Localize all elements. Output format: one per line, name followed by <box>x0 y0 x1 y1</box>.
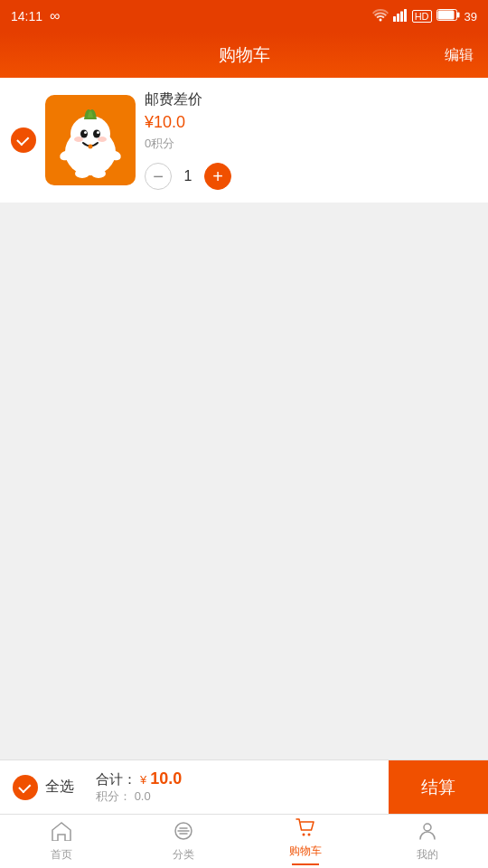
svg-point-15 <box>89 145 93 149</box>
product-info: 邮费差价 ¥10.0 0积分 − 1 + <box>145 90 477 190</box>
minus-icon: − <box>153 167 164 185</box>
total-line: 合计： ¥ 10.0 <box>96 769 182 788</box>
points-label: 积分： <box>96 789 131 803</box>
home-icon <box>51 821 72 844</box>
cart-item: 邮费差价 ¥10.0 0积分 − 1 + <box>0 78 488 203</box>
svg-rect-3 <box>404 9 407 22</box>
svg-point-25 <box>307 834 310 836</box>
category-icon <box>173 821 194 844</box>
item-checkbox[interactable] <box>11 127 36 153</box>
checkout-button[interactable]: 结算 <box>389 760 488 815</box>
tab-cart-label: 购物车 <box>289 844 322 859</box>
tab-active-indicator <box>292 863 319 865</box>
points-value: 0.0 <box>135 789 151 803</box>
product-name: 邮费差价 <box>145 90 477 109</box>
svg-rect-5 <box>457 13 460 18</box>
total-label: 合计： <box>96 771 136 788</box>
select-all-area: 全选 <box>0 775 87 800</box>
signal-icon <box>393 9 408 24</box>
svg-point-24 <box>302 834 305 836</box>
quantity-display: 1 <box>179 168 197 184</box>
sim-icon: HD <box>412 10 432 23</box>
svg-point-18 <box>75 169 89 178</box>
tab-home[interactable]: 首页 <box>0 815 122 868</box>
tab-my-label: 我的 <box>417 847 438 863</box>
user-icon <box>417 821 438 844</box>
tab-cart[interactable]: 购物车 <box>244 815 366 868</box>
edit-button[interactable]: 编辑 <box>445 46 474 65</box>
total-price: 10.0 <box>150 769 182 788</box>
svg-point-26 <box>424 824 431 831</box>
status-bar-right: HD 39 <box>372 9 477 24</box>
battery-percent: 39 <box>465 10 477 24</box>
header: 购物车 编辑 <box>0 33 488 78</box>
product-price: ¥10.0 <box>145 113 477 132</box>
page-title: 购物车 <box>219 43 270 67</box>
svg-rect-1 <box>397 14 399 22</box>
svg-point-14 <box>98 137 107 142</box>
total-area: 合计： ¥ 10.0 积分： 0.0 <box>87 769 389 805</box>
points-line: 积分： 0.0 <box>96 788 151 805</box>
svg-point-13 <box>74 137 83 142</box>
tab-my[interactable]: 我的 <box>366 815 488 868</box>
increase-button[interactable]: + <box>204 163 231 190</box>
svg-point-11 <box>84 131 87 134</box>
select-all-label: 全选 <box>45 778 74 797</box>
select-all-checkbox[interactable] <box>13 775 38 800</box>
status-bar-left: 14:11 ∞ <box>11 8 59 24</box>
svg-rect-6 <box>437 11 454 20</box>
tab-category-label: 分类 <box>173 847 194 863</box>
svg-point-19 <box>91 169 106 178</box>
bottom-action-bar: 全选 合计： ¥ 10.0 积分： 0.0 结算 <box>0 760 488 814</box>
tab-category[interactable]: 分类 <box>122 815 244 868</box>
svg-point-12 <box>97 131 99 134</box>
battery-icon <box>436 9 460 24</box>
svg-point-9 <box>80 130 88 138</box>
svg-rect-0 <box>393 16 396 22</box>
cart-content: 邮费差价 ¥10.0 0积分 − 1 + <box>0 78 488 203</box>
product-points: 0积分 <box>145 136 477 152</box>
time-display: 14:11 <box>11 9 42 24</box>
decrease-button[interactable]: − <box>145 163 172 190</box>
total-currency: ¥ <box>140 773 146 787</box>
cart-icon <box>295 817 316 841</box>
svg-point-10 <box>93 130 100 138</box>
infinity-icon: ∞ <box>50 8 59 24</box>
svg-rect-2 <box>400 11 403 22</box>
quantity-control: − 1 + <box>145 163 477 190</box>
status-bar: 14:11 ∞ HD <box>0 0 488 33</box>
plus-icon: + <box>212 167 223 185</box>
tab-bar: 首页 分类 购物车 <box>0 814 488 868</box>
product-image <box>45 95 136 185</box>
wifi-icon <box>372 9 389 24</box>
tab-home-label: 首页 <box>51 847 72 863</box>
